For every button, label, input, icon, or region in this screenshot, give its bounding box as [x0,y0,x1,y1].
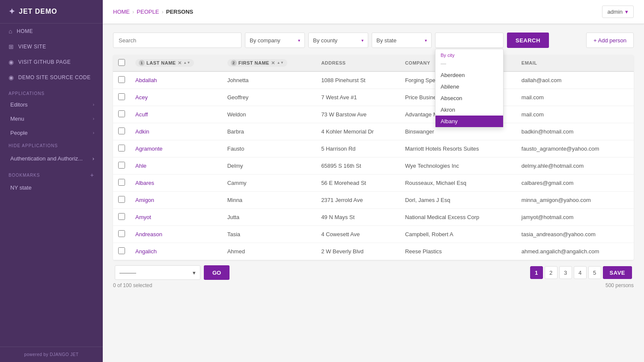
table-header: 1 LAST NAME ✕ ▲▼ 2 FIRST NAME ✕ ▲▼ [113,55,634,71]
cell-company: Wye Technologies Inc [400,157,516,175]
row-checkbox[interactable] [118,76,125,83]
person-link[interactable]: Abdallah [135,77,157,83]
by-city-input[interactable] [435,33,504,48]
table-row: Agramonte Fausto 5 Harrison Rd Marriott … [113,140,634,157]
row-checkbox[interactable] [118,247,125,254]
cell-last-name: Acey [130,89,222,106]
breadcrumb: HOME › PEOPLE › PERSONS [113,9,193,15]
cell-address: 2371 Jerrold Ave [316,192,400,209]
applications-label: APPLICATIONS [0,85,103,98]
by-county-dropdown[interactable]: By county ▾ [308,33,368,48]
row-checkbox[interactable] [118,213,125,220]
person-link[interactable]: Agramonte [135,145,163,152]
selected-count: 0 of 100 selected [113,282,152,288]
city-item-absecon[interactable]: Absecon [435,92,503,104]
sidebar-item-people[interactable]: People › [0,126,103,140]
sidebar-item-editors[interactable]: Editors › [0,98,103,112]
page-btn-1[interactable]: 1 [530,266,543,279]
cell-first-name: Geoffrey [222,89,316,106]
cell-first-name: Jutta [222,209,316,226]
person-link[interactable]: Amigon [135,197,154,203]
sort-badge-num2: 2 [231,60,237,66]
cell-email: delmy.ahle@hotmail.com [516,157,634,175]
cell-company: Rousseaux, Michael Esq [400,175,516,192]
search-button[interactable]: SEARCH [507,33,549,48]
by-state-dropdown[interactable]: By state ▾ [372,33,432,48]
main-content: HOME › PEOPLE › PERSONS admin ▾ By compa… [103,0,644,362]
cell-address: 2 W Beverly Blvd [316,243,400,260]
go-button[interactable]: GO [204,265,230,280]
page-btn-5[interactable]: 5 [588,266,601,279]
sidebar-item-home[interactable]: ⌂ HOME [0,24,103,39]
cell-address: 5 Harrison Rd [316,140,400,157]
person-link[interactable]: Ahle [135,163,146,169]
sidebar-item-menu[interactable]: Menu › [0,112,103,126]
person-link[interactable]: Andreason [135,231,162,237]
breadcrumb-sep1: › [132,9,134,15]
cell-first-name: Fausto [222,140,316,157]
cell-first-name: Weldon [222,106,316,123]
col-address: ADDRESS [316,55,400,71]
page-btn-3[interactable]: 3 [559,266,572,279]
sidebar-item-view-site[interactable]: ⊞ VIEW SITE [0,39,103,54]
table-row: Acey Geoffrey 7 West Ave #1 Price Busine… [113,89,634,106]
city-item-albany[interactable]: Albany [435,116,503,127]
city-item-abilene[interactable]: Abilene [435,81,503,92]
cell-address: 4 Kohler Memorial Dr [316,123,400,140]
cell-email: minna_amigon@yahoo.com [516,192,634,209]
add-bookmark-icon[interactable]: + [90,172,94,178]
by-company-dropdown[interactable]: By company ▾ [245,33,305,48]
breadcrumb-people[interactable]: PEOPLE [137,9,159,15]
github-icon: ◉ [9,59,14,65]
city-item-aberdeen[interactable]: Aberdeen [435,69,503,81]
sidebar-item-demo-source[interactable]: ◉ DEMO SITE SOURCE CODE [0,70,103,85]
chevron-right-icon: › [92,155,94,162]
table-body: Abdallah Johnetta 1088 Pinehurst St Forg… [113,71,634,260]
breadcrumb-home[interactable]: HOME [113,9,130,15]
row-checkbox[interactable] [118,145,125,151]
row-checkbox[interactable] [118,110,125,117]
page-btn-4[interactable]: 4 [574,266,587,279]
bulk-action-container: ——— ▾ GO [115,265,230,280]
cell-last-name: Angalich [130,243,222,260]
sidebar-bookmark-ny[interactable]: NY state [0,181,103,194]
select-all-checkbox[interactable] [118,59,125,66]
bulk-action-select[interactable]: ——— ▾ [115,265,200,280]
home-icon: ⌂ [9,28,12,35]
page-btn-2[interactable]: 2 [545,266,558,279]
chevron-down-icon: ▾ [298,38,300,43]
cell-last-name: Agramonte [130,140,222,157]
remove-sort-icon2[interactable]: ✕ [271,60,275,66]
row-checkbox[interactable] [118,93,125,100]
col-first-name[interactable]: 2 FIRST NAME ✕ ▲▼ [222,55,316,71]
rocket-icon: ✦ [9,7,15,16]
person-link[interactable]: Amyot [135,214,151,220]
person-link[interactable]: Adkin [135,128,149,135]
row-checkbox[interactable] [118,128,125,134]
save-button[interactable]: SAVE [603,266,632,279]
row-checkbox[interactable] [118,179,125,186]
search-input[interactable] [113,33,242,48]
person-link[interactable]: Acuff [135,111,148,118]
hide-applications-btn[interactable]: HIDE APPLICATIONS [0,140,103,151]
sidebar-item-home-label: HOME [17,28,33,34]
add-person-button[interactable]: + Add person [586,33,634,48]
remove-sort-icon[interactable]: ✕ [178,60,182,66]
row-checkbox[interactable] [118,196,125,203]
person-link[interactable]: Acey [135,94,148,101]
person-link[interactable]: Albares [135,180,154,186]
chevron-right-icon: › [93,102,94,107]
col-last-name[interactable]: 1 LAST NAME ✕ ▲▼ [130,55,222,71]
cell-email: mail.com [516,89,634,106]
cell-address: 73 W Barstow Ave [316,106,400,123]
city-item-akron[interactable]: Akron [435,104,503,116]
row-checkbox[interactable] [118,230,125,237]
person-link[interactable]: Angalich [135,248,157,255]
row-checkbox[interactable] [118,162,125,169]
cell-email: calbares@gmail.com [516,175,634,192]
sidebar-item-auth[interactable]: Authentication and Authoriz... › [0,151,103,166]
user-dropdown[interactable]: admin ▾ [602,6,634,18]
sidebar-item-github[interactable]: ◉ VISIT GITHUB PAGE [0,54,103,70]
cell-last-name: Andreason [130,226,222,243]
by-city-dropdown-container: By city — Aberdeen Abilene Absecon Akron… [435,33,504,48]
